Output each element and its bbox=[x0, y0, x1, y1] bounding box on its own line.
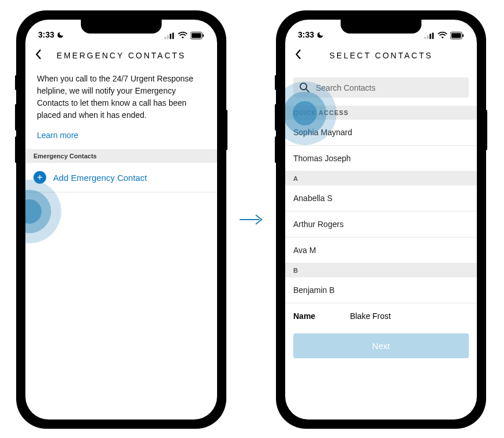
flow-arrow bbox=[237, 213, 266, 227]
search-box[interactable] bbox=[293, 77, 469, 98]
phone-side-button bbox=[275, 104, 277, 131]
back-button[interactable] bbox=[294, 48, 301, 63]
svg-rect-5 bbox=[192, 33, 201, 38]
battery-icon bbox=[450, 32, 464, 39]
selected-contact-detail: Name Blake Frost bbox=[285, 303, 477, 325]
phone-side-button bbox=[275, 75, 277, 90]
svg-line-16 bbox=[306, 89, 309, 92]
back-button[interactable] bbox=[35, 48, 42, 63]
chevron-left-icon bbox=[35, 49, 42, 60]
moon-icon bbox=[316, 31, 324, 39]
header: SELECT CONTACTS bbox=[285, 40, 477, 70]
contact-row[interactable]: Arthur Rogers bbox=[285, 211, 477, 237]
status-bar: 3:33 bbox=[25, 20, 217, 40]
add-emergency-contact-label: Add Emergency Contact bbox=[53, 173, 147, 183]
content-left: When you call to the 24/7 Urgent Respons… bbox=[25, 70, 217, 420]
search-icon bbox=[299, 82, 310, 93]
contact-row[interactable]: Anabella S bbox=[285, 185, 477, 211]
screen-right: 3:33 bbox=[285, 20, 477, 420]
svg-rect-1 bbox=[167, 35, 169, 39]
svg-rect-2 bbox=[170, 34, 171, 39]
svg-rect-10 bbox=[430, 34, 431, 39]
section-header-letter-a: A bbox=[285, 172, 477, 185]
svg-rect-0 bbox=[165, 36, 166, 39]
detail-key: Name bbox=[293, 311, 315, 321]
status-bar: 3:33 bbox=[285, 20, 477, 40]
search-wrap bbox=[285, 70, 477, 106]
signal-icon bbox=[424, 32, 435, 39]
intro-text: When you call to the 24/7 Urgent Respons… bbox=[25, 70, 217, 128]
svg-rect-9 bbox=[427, 35, 429, 39]
chevron-left-icon bbox=[294, 49, 301, 60]
svg-rect-11 bbox=[432, 32, 434, 39]
contact-row[interactable]: Benjamin B bbox=[285, 277, 477, 303]
screen-left: 3:33 bbox=[25, 20, 217, 420]
phone-side-button bbox=[275, 136, 277, 163]
phone-left: 3:33 bbox=[17, 12, 225, 428]
svg-rect-6 bbox=[203, 34, 204, 37]
status-left: 3:33 bbox=[298, 30, 324, 39]
svg-rect-3 bbox=[173, 32, 174, 39]
svg-point-15 bbox=[300, 83, 307, 90]
contact-row[interactable]: Thomas Joseph bbox=[285, 146, 477, 172]
signal-icon bbox=[165, 32, 175, 39]
battery-icon bbox=[191, 32, 204, 39]
add-emergency-contact-button[interactable]: + Add Emergency Contact bbox=[25, 163, 217, 192]
status-right bbox=[165, 32, 204, 39]
contact-row[interactable]: Ava M bbox=[285, 237, 477, 263]
phone-side-button bbox=[15, 75, 17, 90]
search-input[interactable] bbox=[316, 83, 463, 92]
status-right bbox=[424, 32, 464, 39]
svg-rect-8 bbox=[424, 36, 426, 39]
wifi-icon bbox=[438, 32, 447, 39]
section-header-emergency: Emergency Contacts bbox=[25, 149, 217, 163]
page-title: SELECT CONTACTS bbox=[329, 51, 432, 60]
phone-side-button bbox=[225, 110, 227, 150]
section-header-quick-access: QUICK ACCESS bbox=[285, 106, 477, 120]
status-left: 3:33 bbox=[38, 30, 64, 39]
phone-right: 3:33 bbox=[277, 12, 485, 428]
content-right: QUICK ACCESS Sophia Maynard Thomas Josep… bbox=[285, 70, 477, 420]
phone-side-button bbox=[15, 104, 17, 131]
status-time: 3:33 bbox=[298, 30, 314, 39]
svg-rect-14 bbox=[462, 34, 464, 37]
phone-side-button bbox=[15, 136, 17, 163]
arrow-right-icon bbox=[238, 213, 264, 227]
svg-rect-13 bbox=[451, 33, 461, 38]
wifi-icon bbox=[178, 32, 188, 39]
quick-access-list: Sophia Maynard Thomas Joseph bbox=[285, 120, 477, 172]
next-button[interactable]: Next bbox=[293, 333, 469, 358]
header: EMERGENCY CONTACTS bbox=[25, 40, 217, 70]
learn-more-link[interactable]: Learn more bbox=[25, 128, 217, 149]
contact-row[interactable]: Sophia Maynard bbox=[285, 120, 477, 146]
section-header-letter-b: B bbox=[285, 263, 477, 277]
status-time: 3:33 bbox=[38, 30, 54, 39]
phone-side-button bbox=[485, 110, 487, 150]
page-title: EMERGENCY CONTACTS bbox=[57, 51, 186, 60]
detail-value: Blake Frost bbox=[350, 311, 391, 321]
moon-icon bbox=[57, 31, 64, 39]
plus-icon: + bbox=[33, 171, 46, 184]
